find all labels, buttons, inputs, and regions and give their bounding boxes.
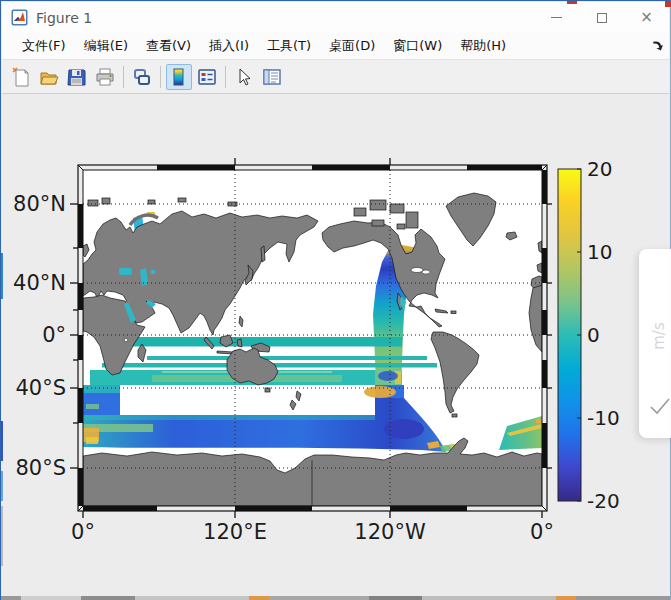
overlay-flyout-panel: m/s — [639, 249, 671, 438]
background-window-sliver — [1, 471, 3, 501]
x-tick-label: 120°E — [203, 520, 267, 544]
edit-plot-icon — [234, 67, 254, 87]
colorbar-tick: 10 — [587, 240, 612, 264]
figure-window: Figure 1 × 文件(F) 编辑(E) 查看(V) 插入(I) 工具(T)… — [0, 0, 671, 600]
colorbar-tick: -10 — [587, 406, 620, 430]
x-tick-label: 120°W — [354, 520, 426, 544]
background-window-sliver — [567, 1, 577, 4]
colorbar-tick: 20 — [587, 157, 612, 181]
menu-view[interactable]: 查看(V) — [138, 33, 199, 59]
open-file-button[interactable] — [36, 64, 62, 90]
figure-canvas: 80°N 40°N 0° 40°S 80°S 0° 120°E 120°W 0° — [2, 94, 669, 600]
menu-file[interactable]: 文件(F) — [14, 33, 74, 59]
map-axes: 80°N 40°N 0° 40°S 80°S 0° 120°E 120°W 0° — [2, 94, 671, 600]
figure-toolbar — [2, 60, 669, 94]
background-window-sliver — [1, 253, 3, 299]
print-figure-icon — [95, 67, 115, 87]
save-figure-button[interactable] — [64, 64, 90, 90]
toolbar-separator — [123, 66, 124, 88]
link-plot-icon — [132, 67, 152, 87]
matlab-figure-icon — [11, 9, 28, 26]
y-tick-label: 80°S — [15, 456, 66, 480]
titlebar[interactable]: Figure 1 × — [2, 2, 669, 33]
y-tick-label: 40°S — [15, 376, 66, 400]
menu-tools[interactable]: 工具(T) — [259, 33, 319, 59]
colorbar-tick: 0 — [587, 323, 600, 347]
property-inspector-button[interactable] — [259, 64, 285, 90]
minimize-button[interactable] — [534, 2, 579, 33]
colorbar: 20 10 0 -10 -20 — [558, 157, 620, 513]
y-tick-label: 0° — [42, 323, 66, 347]
new-figure-button[interactable] — [8, 64, 34, 90]
menu-help[interactable]: 帮助(H) — [452, 33, 514, 59]
maximize-button[interactable] — [579, 2, 624, 33]
link-plot-button[interactable] — [129, 64, 155, 90]
y-tick-label: 80°N — [13, 192, 66, 216]
background-window-sliver — [665, 1, 671, 7]
background-window-sliver — [1, 506, 3, 566]
open-file-icon — [39, 67, 59, 87]
colorbar-units-label: m/s — [650, 318, 668, 354]
save-figure-icon — [67, 67, 87, 87]
new-figure-icon — [11, 67, 31, 87]
menubar: 文件(F) 编辑(E) 查看(V) 插入(I) 工具(T) 桌面(D) 窗口(W… — [2, 33, 669, 60]
checkmark-icon[interactable] — [648, 395, 671, 419]
insert-legend-icon — [197, 67, 217, 87]
insert-legend-button[interactable] — [194, 64, 220, 90]
close-icon: × — [640, 10, 653, 25]
background-window-strip — [1, 596, 670, 600]
insert-colorbar-icon — [169, 67, 189, 87]
toolbar-separator — [225, 66, 226, 88]
window-title: Figure 1 — [36, 10, 92, 26]
y-tick-label: 40°N — [13, 271, 66, 295]
maximize-icon — [597, 13, 607, 23]
close-button[interactable]: × — [624, 2, 669, 33]
property-inspector-icon — [262, 67, 282, 87]
insert-colorbar-button[interactable] — [166, 64, 192, 90]
colorbar-tick: -20 — [587, 489, 620, 513]
menu-overflow-icon[interactable] — [653, 41, 663, 51]
edit-plot-button[interactable] — [231, 64, 257, 90]
menu-insert[interactable]: 插入(I) — [201, 33, 257, 59]
x-tick-label: 0° — [71, 520, 95, 544]
menu-edit[interactable]: 编辑(E) — [76, 33, 136, 59]
menu-window[interactable]: 窗口(W) — [385, 33, 450, 59]
toolbar-separator — [160, 66, 161, 88]
minimize-icon — [551, 17, 562, 18]
x-tick-label: 0° — [530, 520, 554, 544]
background-window-sliver — [1, 421, 3, 461]
print-figure-button[interactable] — [92, 64, 118, 90]
menu-desktop[interactable]: 桌面(D) — [321, 33, 383, 59]
